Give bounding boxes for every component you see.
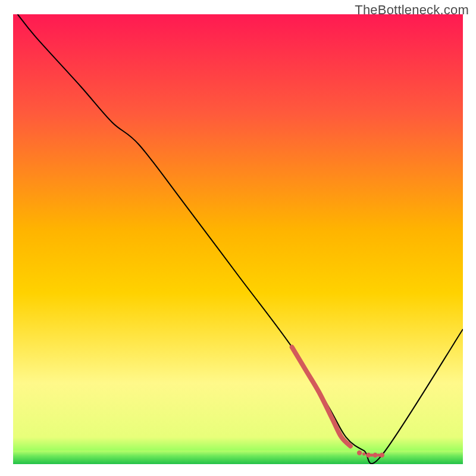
- highlight-dot: [366, 453, 371, 458]
- watermark-text: TheBottleneck.com: [355, 2, 469, 18]
- highlight-dash: [362, 452, 365, 455]
- chart-container: [13, 14, 463, 464]
- highlight-dot: [380, 453, 384, 458]
- chart-svg: [13, 14, 463, 464]
- highlight-dash: [377, 453, 380, 456]
- bottleneck-curve: [18, 14, 463, 464]
- highlight-dot: [357, 450, 362, 455]
- highlight-dash: [370, 453, 373, 456]
- highlight-dot: [372, 453, 377, 458]
- highlight-dots: [357, 450, 384, 458]
